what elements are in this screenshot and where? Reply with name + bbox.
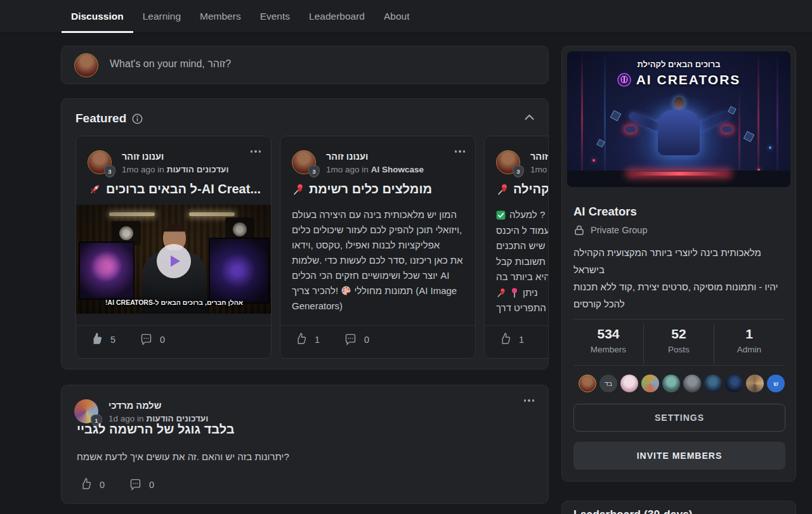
group-cover-image[interactable]: ברוכים הבאים לקהילת AI CREATORS	[567, 51, 790, 187]
comment-count: 0	[160, 335, 165, 345]
comment-button[interactable]: 0	[344, 333, 369, 346]
comment-count: 0	[364, 335, 369, 345]
like-count: 0	[100, 480, 105, 490]
privacy-label: Private Group	[591, 225, 647, 235]
post-meta: 1mo ago in AI Showcase	[326, 165, 424, 174]
tab-label: Leaderboard	[309, 11, 365, 22]
post-title-text: רשימת כלים מומלצים	[309, 182, 432, 196]
member-avatar[interactable]	[641, 375, 659, 392]
post-meta: 1mo	[530, 165, 547, 174]
author-name[interactable]: מרדכי שלמה	[108, 401, 161, 411]
stat-members[interactable]: 534 Members	[573, 324, 643, 364]
member-avatar[interactable]	[725, 375, 743, 392]
tab-label: Members	[200, 11, 241, 22]
invite-members-button[interactable]: INVITE MEMBERS	[573, 442, 785, 470]
author-name[interactable]: זוהר וענונו	[122, 151, 164, 162]
member-avatar[interactable]	[704, 375, 722, 392]
play-icon	[171, 255, 180, 267]
member-avatar[interactable]	[620, 375, 638, 392]
info-icon[interactable]	[132, 113, 143, 124]
current-user-avatar	[74, 53, 98, 77]
member-avatar[interactable]: ש	[767, 375, 785, 392]
settings-button[interactable]: SETTINGS	[573, 404, 785, 432]
play-button[interactable]	[157, 244, 191, 278]
featured-post-card[interactable]: 3 זוהר וענונו 1mo ago in הודעות ועדכונים…	[75, 136, 272, 359]
post-menu-icon[interactable]	[251, 150, 261, 153]
featured-cards-row: 3 זוהר וענונו 1mo ago in הודעות ועדכונים…	[75, 136, 549, 360]
author-name[interactable]: זוהר וענונו	[326, 151, 368, 162]
tab-discussion[interactable]: Discussion	[62, 0, 133, 33]
member-avatar[interactable]	[662, 375, 680, 392]
level-badge: 3	[308, 165, 320, 177]
post-menu-icon[interactable]	[455, 150, 466, 153]
author-name[interactable]: זוהר וענונו	[530, 151, 549, 162]
post-body: למעלה ? היכנס ל עמוד התכנים שיש קבל תשוב…	[496, 207, 549, 316]
space-name[interactable]: הודעות ועדכונים	[167, 165, 229, 174]
tab-label: Events	[260, 11, 290, 22]
cover-group-name: AI CREATORS	[636, 72, 741, 87]
space-name[interactable]: AI Showcase	[371, 165, 424, 174]
tab-members[interactable]: Members	[190, 0, 251, 33]
stat-label: Members	[573, 345, 643, 354]
featured-post-card[interactable]: 3 זוהר וענונו 1mo קהילה למעלה ? היכנס ל …	[484, 136, 549, 359]
post-body-text: אשמח לדעת איך עושים את זה. והאם יש בזה י…	[77, 451, 289, 462]
level-badge: 3	[513, 165, 524, 177]
leaderboard-card: Leaderboard (30-days)	[561, 501, 796, 514]
chevron-up-icon[interactable]	[525, 114, 534, 120]
post-title: רשימת כלים מומלצים	[292, 182, 432, 196]
comment-button[interactable]: 0	[129, 478, 154, 491]
stat-value: 52	[644, 326, 714, 342]
like-count: 1	[315, 335, 320, 345]
post-time: 1mo	[530, 165, 547, 174]
stat-posts[interactable]: 52 Posts	[643, 324, 714, 364]
stat-label: Posts	[644, 345, 714, 354]
tab-events[interactable]: Events	[251, 0, 299, 33]
tab-leaderboard[interactable]: Leaderboard	[299, 0, 374, 33]
video-thumbnail[interactable]: אהלן חברים, ברוכים הבאים ל-AI CREATORS!	[76, 205, 272, 314]
stat-value: 1	[714, 326, 784, 342]
cover-welcome-text: ברוכים הבאים לקהילת	[567, 60, 790, 69]
like-button[interactable]: 1	[294, 333, 320, 346]
stat-value: 534	[573, 326, 643, 342]
group-info-card: ברוכים הבאים לקהילת AI CREATORS AI Creat…	[561, 46, 796, 482]
post-title-text: ברוכים הבאים ל-AI Creat...	[106, 182, 261, 196]
tab-label: Learning	[143, 11, 181, 22]
post-meta: 1mo ago in הודעות ועדכונים	[122, 165, 229, 174]
post-menu-icon[interactable]	[524, 399, 535, 402]
post-composer[interactable]: What's on your mind, זוהר?	[61, 46, 549, 84]
tab-about[interactable]: About	[374, 0, 419, 33]
tab-label: Discussion	[71, 11, 124, 22]
post-title: לגביי הרשמה של גוגל בלבד	[77, 422, 235, 437]
member-avatar[interactable]	[579, 375, 596, 392]
top-nav: Discussion Learning Members Events Leade…	[0, 0, 812, 33]
member-avatar[interactable]	[746, 375, 764, 392]
like-button[interactable]: 5	[90, 333, 115, 346]
tab-learning[interactable]: Learning	[133, 0, 190, 33]
post-title-text: קהילה	[513, 182, 549, 196]
comment-button[interactable]: 0	[140, 333, 165, 346]
like-count: 1	[519, 335, 524, 345]
divider	[573, 319, 784, 319]
like-count: 5	[110, 335, 115, 345]
composer-prompt: What's on your mind, זוהר?	[110, 58, 231, 70]
post-card[interactable]: 1 מרדכי שלמה 1d ago in הודעות ועדכונים ל…	[61, 385, 549, 504]
member-avatar[interactable]	[683, 375, 701, 392]
tab-label: About	[384, 11, 410, 22]
comment-count: 0	[149, 480, 154, 490]
featured-section: Featured 3 זוהר וענונו 1mo ago in הודעות…	[61, 98, 549, 369]
leaderboard-title: Leaderboard (30-days)	[573, 508, 693, 514]
post-time: 1mo ago in	[122, 165, 164, 174]
featured-post-card[interactable]: 3 זוהר וענונו 1mo ago in AI Showcase רשי…	[280, 136, 476, 359]
post-body: בעולם היצירה עם בינה מלאכותית יש המון כל…	[292, 207, 466, 314]
pushpin-icon	[496, 183, 509, 196]
stat-admin[interactable]: 1 Admin	[714, 324, 784, 364]
post-title: קהילה	[496, 182, 549, 196]
like-button[interactable]: 1	[499, 333, 524, 346]
group-name: AI Creators	[573, 205, 637, 219]
group-description: הקהילה המקצועית ביותר ליוצרי בינה מלאכות…	[573, 244, 787, 312]
pushpin-icon	[292, 183, 304, 196]
divider	[573, 365, 784, 366]
member-avatar[interactable]: בד	[599, 375, 617, 392]
like-button[interactable]: 0	[79, 478, 105, 491]
palette-icon	[341, 285, 351, 296]
